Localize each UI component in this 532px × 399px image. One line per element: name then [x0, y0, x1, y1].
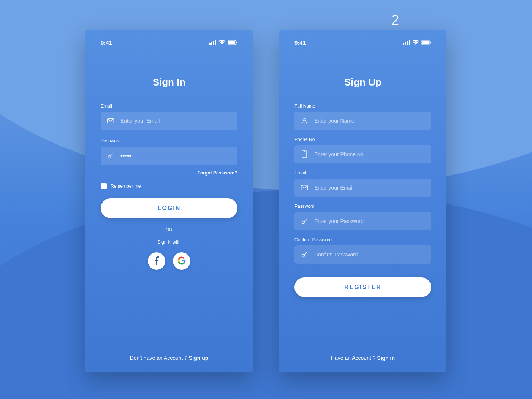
email-field-group: Email: [294, 170, 431, 197]
signin-prompt-text: Have an Account ?: [331, 355, 377, 361]
envelope-icon: [301, 184, 308, 192]
password-input[interactable]: [120, 153, 231, 159]
password-field-group: Password: [101, 138, 238, 165]
signin-prompt[interactable]: Have an Account ? Sign in: [294, 355, 431, 361]
remember-label: Remember me: [111, 184, 141, 189]
signup-prompt[interactable]: Don't have an Account ? Sign up: [101, 355, 238, 361]
svg-point-8: [108, 156, 111, 158]
confirm-password-input-wrap[interactable]: [294, 245, 431, 264]
signup-prompt-text: Don't have an Account ?: [130, 355, 189, 361]
password-input-wrap[interactable]: [294, 212, 431, 230]
social-buttons: [101, 252, 238, 270]
status-bar: 9:41: [294, 40, 431, 46]
signin-title: Sign In: [101, 76, 238, 88]
login-button[interactable]: LOGIN: [101, 198, 238, 218]
password-label: Password: [101, 138, 238, 144]
cellular-icon: [403, 40, 410, 46]
or-divider: - OR -: [101, 227, 238, 233]
facebook-icon: [154, 256, 159, 266]
email-label: Email: [294, 170, 431, 176]
svg-rect-20: [301, 185, 308, 190]
svg-rect-5: [228, 41, 235, 44]
confirm-password-input[interactable]: [314, 252, 425, 258]
key-icon: [301, 251, 308, 258]
key-icon: [301, 217, 308, 225]
fullname-label: Full Name: [294, 103, 431, 109]
email-input-wrap[interactable]: [294, 179, 431, 197]
fullname-input[interactable]: [314, 118, 425, 124]
svg-point-16: [303, 119, 306, 121]
email-input[interactable]: [314, 185, 425, 191]
signin-link[interactable]: Sign in: [377, 355, 395, 361]
email-input-wrap[interactable]: [101, 112, 238, 130]
status-time: 9:41: [101, 40, 112, 46]
status-icons: [403, 40, 431, 46]
remember-checkbox[interactable]: [101, 183, 107, 189]
battery-icon: [228, 40, 238, 46]
svg-rect-10: [405, 42, 406, 45]
confirm-password-label: Confirm Password: [294, 237, 431, 242]
fullname-input-wrap[interactable]: [294, 112, 431, 130]
signup-title: Sign Up: [294, 76, 431, 88]
sign-in-with-label: Sign in with: [101, 239, 238, 245]
wifi-icon: [412, 40, 419, 46]
signup-link[interactable]: Sign up: [189, 355, 208, 361]
user-icon: [301, 117, 308, 125]
status-icons: [209, 40, 238, 46]
email-field-group: Email: [101, 103, 238, 130]
password-field-group: Password: [294, 204, 431, 230]
phone-icon: [301, 150, 308, 158]
svg-rect-6: [236, 42, 238, 44]
svg-point-21: [302, 221, 305, 224]
svg-rect-3: [215, 40, 216, 45]
phone-input[interactable]: [314, 151, 425, 157]
remember-me-row[interactable]: Remember me: [101, 183, 238, 189]
svg-point-19: [304, 157, 305, 157]
svg-rect-14: [422, 41, 429, 44]
screens-container: 9:41 Sign In Email: [0, 0, 532, 372]
svg-rect-2: [213, 41, 214, 45]
svg-rect-9: [403, 43, 404, 45]
password-input-wrap[interactable]: [101, 147, 238, 165]
forgot-password-link[interactable]: Forgot Password?: [101, 170, 238, 176]
svg-point-22: [302, 255, 305, 257]
key-icon: [107, 152, 114, 160]
password-input[interactable]: [314, 218, 425, 224]
phone-input-wrap[interactable]: [294, 145, 431, 163]
email-label: Email: [101, 103, 238, 109]
facebook-button[interactable]: [148, 252, 165, 270]
google-icon: [177, 256, 186, 266]
status-bar: 9:41: [101, 40, 238, 46]
email-input[interactable]: [120, 118, 231, 124]
battery-icon: [421, 40, 431, 46]
svg-rect-7: [108, 119, 114, 124]
wifi-icon: [218, 40, 225, 46]
register-button[interactable]: REGISTER: [294, 277, 431, 297]
svg-rect-1: [211, 42, 212, 45]
svg-rect-15: [430, 42, 431, 44]
status-time: 9:41: [294, 40, 306, 46]
phone-label: Phone No: [294, 137, 431, 142]
signup-screen: 9:41 Sign Up Full Name: [279, 30, 446, 372]
svg-rect-12: [409, 40, 410, 45]
signin-screen: 9:41 Sign In Email: [86, 30, 253, 372]
fullname-field-group: Full Name: [294, 103, 431, 130]
cellular-icon: [209, 40, 216, 46]
phone-field-group: Phone No: [294, 137, 431, 163]
google-button[interactable]: [173, 252, 190, 270]
svg-rect-0: [209, 43, 211, 45]
envelope-icon: [107, 117, 114, 125]
svg-rect-11: [407, 41, 408, 45]
password-label: Password: [294, 204, 431, 209]
confirm-password-field-group: Confirm Password: [294, 237, 431, 264]
